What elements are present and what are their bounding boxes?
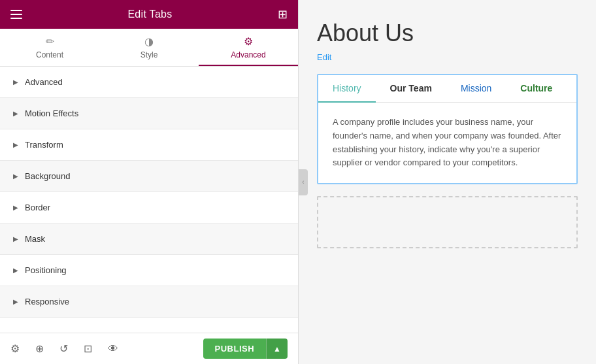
arrow-icon: ▶ <box>13 78 18 86</box>
menu-icon[interactable] <box>10 10 22 19</box>
history-icon[interactable]: ↺ <box>59 342 68 355</box>
accordion-list: ▶ Advanced ▶ Motion Effects ▶ Transform … <box>0 67 298 333</box>
tab-mission[interactable]: Mission <box>446 75 506 103</box>
panel-title: Edit Tabs <box>127 8 172 20</box>
arrow-icon: ▶ <box>13 173 18 180</box>
arrow-icon: ▶ <box>13 298 18 305</box>
tab-culture[interactable]: Culture <box>506 75 567 103</box>
publish-button-group: PUBLISH ▲ <box>203 339 288 359</box>
placeholder-box <box>317 196 578 248</box>
arrow-icon: ▶ <box>13 235 18 242</box>
preview-icon[interactable]: 👁 <box>108 343 118 355</box>
tab-our-team[interactable]: Our Team <box>376 75 446 103</box>
tab-style[interactable]: ◑ Style <box>99 29 199 66</box>
tabs-content: A company profile includes your business… <box>318 103 576 183</box>
responsive-icon[interactable]: ⊡ <box>84 342 92 355</box>
publish-button[interactable]: PUBLISH <box>203 339 267 359</box>
top-bar: Edit Tabs ⊞ <box>0 0 298 29</box>
accordion-item-positioning[interactable]: ▶ Positioning <box>0 255 298 286</box>
right-panel: About Us Edit History Our Team Mission C… <box>299 0 596 364</box>
arrow-icon: ▶ <box>13 267 18 274</box>
accordion-item-responsive[interactable]: ▶ Responsive <box>0 286 298 318</box>
tabs-widget: History Our Team Mission Culture A compa… <box>317 74 578 184</box>
publish-dropdown-button[interactable]: ▲ <box>266 339 288 359</box>
editor-tabs: ✏ Content ◑ Style ⚙ Advanced <box>0 29 298 67</box>
accordion-item-background[interactable]: ▶ Background <box>0 161 298 192</box>
arrow-icon: ▶ <box>13 110 18 117</box>
panel-collapse-handle[interactable]: ‹ <box>299 169 308 195</box>
style-tab-icon: ◑ <box>144 35 154 48</box>
accordion-item-transform[interactable]: ▶ Transform <box>0 129 298 161</box>
content-tab-icon: ✏ <box>46 35 54 48</box>
apps-icon[interactable]: ⊞ <box>278 7 288 22</box>
settings-icon[interactable]: ⚙ <box>10 342 20 355</box>
tab-content[interactable]: ✏ Content <box>0 29 99 66</box>
layers-icon[interactable]: ⊕ <box>35 342 44 355</box>
accordion-item-advanced[interactable]: ▶ Advanced <box>0 67 298 98</box>
edit-link[interactable]: Edit <box>317 52 331 62</box>
tabs-widget-nav: History Our Team Mission Culture <box>318 75 576 103</box>
left-panel: Edit Tabs ⊞ ✏ Content ◑ Style ⚙ Advanced <box>0 0 299 364</box>
accordion-item-mask[interactable]: ▶ Mask <box>0 223 298 255</box>
arrow-icon: ▶ <box>13 141 18 148</box>
accordion-item-motion[interactable]: ▶ Motion Effects <box>0 98 298 129</box>
arrow-icon: ▶ <box>13 204 18 211</box>
accordion-item-border[interactable]: ▶ Border <box>0 192 298 223</box>
advanced-tab-icon: ⚙ <box>244 35 253 48</box>
bottom-toolbar: ⚙ ⊕ ↺ ⊡ 👁 PUBLISH ▲ <box>0 333 298 364</box>
tab-advanced[interactable]: ⚙ Advanced <box>199 29 298 66</box>
page-title: About Us <box>317 20 578 47</box>
tab-history[interactable]: History <box>318 75 376 103</box>
